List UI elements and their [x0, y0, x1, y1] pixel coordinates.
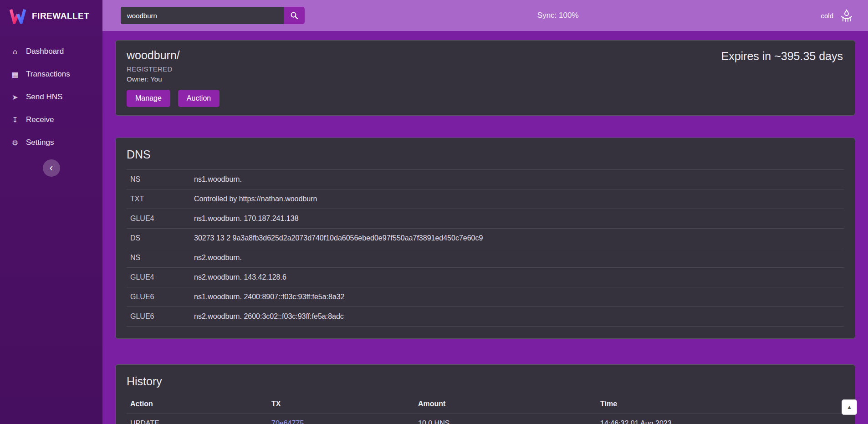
expiry-label: Expires in ~395.35 days	[721, 50, 843, 63]
dns-record-row: GLUE6 ns2.woodburn. 2600:3c02::f03c:93ff…	[127, 307, 844, 327]
dns-record-type: DS	[130, 234, 194, 242]
dns-record-row: DS 30273 13 2 9a3a8fb3d625d2a2073d740f10…	[127, 229, 844, 248]
sidebar-item-label: Settings	[26, 138, 54, 147]
dns-record-value: ns1.woodburn. 2400:8907::f03c:93ff:fe5a:…	[194, 293, 844, 301]
dns-record-row: GLUE6 ns1.woodburn. 2400:8907::f03c:93ff…	[127, 287, 844, 307]
dashboard-icon: ⌂	[10, 47, 20, 56]
history-time: 14:46:32 01 Aug 2023	[600, 419, 844, 424]
app-title: FIREWALLET	[32, 11, 89, 21]
sidebar-item-label: Transactions	[26, 70, 70, 79]
transactions-icon: ▦	[10, 70, 20, 79]
dns-record-row: TXT Controlled by https://nathan.woodbur…	[127, 189, 844, 209]
dns-title: DNS	[127, 148, 844, 161]
sidebar-collapse-button[interactable]: ‹	[43, 159, 60, 177]
sidebar-item-label: Receive	[26, 115, 54, 124]
dns-record-type: GLUE6	[130, 293, 194, 301]
auction-button[interactable]: Auction	[178, 90, 220, 107]
sidebar-item-label: Dashboard	[26, 47, 64, 56]
history-col-tx: TX	[271, 400, 418, 408]
search-bar	[121, 7, 305, 24]
dns-card: DNS NS ns1.woodburn. TXT Controlled by h…	[115, 138, 855, 339]
dns-record-row: GLUE4 ns1.woodburn. 170.187.241.138	[127, 209, 844, 229]
history-row: UPDATE 70e64775... 10.0 HNS 14:46:32 01 …	[127, 414, 844, 424]
dns-record-value: ns2.woodburn. 143.42.128.6	[194, 273, 844, 281]
sidebar-item-send-hns[interactable]: ➤ Send HNS	[0, 86, 102, 108]
dns-record-value: Controlled by https://nathan.woodburn	[194, 195, 844, 203]
wallet-name: cold	[821, 12, 833, 20]
page-content: woodburn/ REGISTERED Owner: You Manage A…	[102, 31, 868, 424]
dns-record-value: ns1.woodburn. 170.187.241.138	[194, 215, 844, 223]
history-title: History	[127, 375, 844, 388]
firewallet-logo-icon	[9, 8, 26, 24]
app-logo[interactable]: FIREWALLET	[0, 0, 102, 30]
dns-record-value: ns1.woodburn.	[194, 175, 844, 184]
dns-record-type: TXT	[130, 195, 194, 203]
chevron-left-icon: ‹	[50, 163, 53, 173]
fire-hand-icon	[839, 9, 854, 22]
domain-actions: Manage Auction	[127, 90, 844, 107]
dns-record-type: GLUE4	[130, 273, 194, 281]
dns-record-type: NS	[130, 254, 194, 262]
domain-card: woodburn/ REGISTERED Owner: You Manage A…	[115, 40, 855, 116]
sidebar-item-receive[interactable]: ↧ Receive	[0, 108, 102, 131]
dns-record-type: GLUE4	[130, 215, 194, 223]
history-action: UPDATE	[130, 419, 271, 424]
history-col-time: Time	[600, 400, 844, 408]
domain-status: REGISTERED	[127, 65, 844, 73]
scroll-to-top-button[interactable]: ▲	[842, 399, 857, 415]
sidebar-nav: ⌂ Dashboard ▦ Transactions ➤ Send HNS ↧ …	[0, 40, 102, 154]
send-icon: ➤	[10, 93, 20, 102]
dns-record-type: GLUE6	[130, 312, 194, 321]
wallet-indicator[interactable]: cold	[821, 9, 854, 22]
dns-record-value: ns2.woodburn.	[194, 254, 844, 262]
manage-button[interactable]: Manage	[127, 90, 170, 107]
sidebar-item-label: Send HNS	[26, 92, 62, 102]
history-header-row: Action TX Amount Time	[127, 396, 844, 414]
search-icon	[290, 11, 298, 20]
main-area: Sync: 100% cold woodburn/ REGISTERED Own…	[102, 0, 868, 424]
sidebar-item-transactions[interactable]: ▦ Transactions	[0, 63, 102, 86]
tx-link[interactable]: 70e64775...	[271, 419, 310, 424]
search-button[interactable]	[284, 7, 305, 24]
dns-table: NS ns1.woodburn. TXT Controlled by https…	[127, 169, 844, 327]
domain-owner: Owner: You	[127, 75, 844, 83]
chevron-up-icon: ▲	[847, 404, 852, 410]
history-col-amount: Amount	[418, 400, 600, 408]
sidebar-item-settings[interactable]: ⚙ Settings	[0, 131, 102, 154]
receive-icon: ↧	[10, 116, 20, 124]
settings-icon: ⚙	[10, 138, 20, 147]
dns-record-row: NS ns2.woodburn.	[127, 248, 844, 268]
history-card: History Action TX Amount Time UPDATE 70e…	[115, 364, 855, 424]
dns-record-type: NS	[130, 175, 194, 184]
top-header: Sync: 100% cold	[102, 0, 868, 31]
history-amount: 10.0 HNS	[418, 419, 600, 424]
dns-record-value: 30273 13 2 9a3a8fb3d625d2a2073d740f10da6…	[194, 234, 844, 242]
dns-record-value: ns2.woodburn. 2600:3c02::f03c:93ff:fe5a:…	[194, 312, 844, 321]
dns-record-row: GLUE4 ns2.woodburn. 143.42.128.6	[127, 268, 844, 287]
history-col-action: Action	[130, 400, 271, 408]
sidebar-item-dashboard[interactable]: ⌂ Dashboard	[0, 40, 102, 63]
dns-record-row: NS ns1.woodburn.	[127, 170, 844, 189]
sidebar: FIREWALLET ⌂ Dashboard ▦ Transactions ➤ …	[0, 0, 102, 424]
sync-status: Sync: 100%	[537, 11, 579, 20]
search-input[interactable]	[121, 7, 284, 24]
